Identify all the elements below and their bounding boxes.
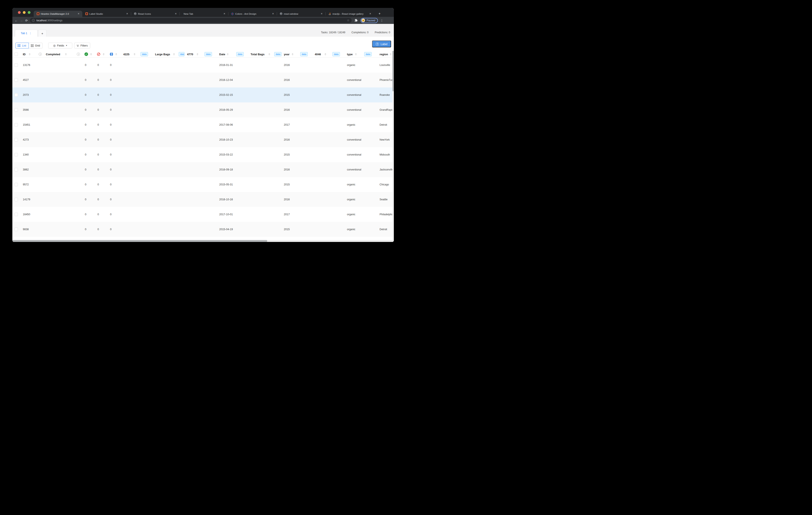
chrome-tab[interactable]: Label Studio✕ — [82, 11, 131, 17]
row-checkbox[interactable] — [14, 63, 18, 67]
sort-icon[interactable] — [292, 53, 293, 55]
cell-region: Louisville — [380, 63, 390, 66]
table-row[interactable]: 98380002015-04-192015organicDetroit — [12, 222, 394, 237]
back-icon[interactable]: ← — [13, 19, 19, 22]
bookmark-star-icon[interactable]: ☆ — [347, 19, 349, 22]
cell-id: 15451 — [23, 123, 30, 126]
split-circle-icon[interactable] — [110, 53, 113, 56]
table-row[interactable]: 154510002017-08-062017organicDetroit — [12, 117, 394, 132]
chrome-tab[interactable]: Heartex DataManager 2.0✕ — [34, 11, 82, 17]
cell-type: organic — [347, 198, 355, 201]
grid-view-button[interactable]: Grid — [29, 43, 42, 48]
column-4225[interactable]: 4225 — [123, 53, 129, 56]
maximize-window-button[interactable] — [28, 11, 30, 14]
column-date[interactable]: Date — [219, 53, 225, 56]
table-row[interactable]: 35660002016-05-292016conventionalGrandRa… — [12, 102, 394, 117]
reload-icon[interactable]: ⟳ — [24, 19, 29, 22]
chrome-tab[interactable]: Colors - Ant Design✕ — [228, 11, 277, 17]
chrome-tab[interactable]: React Icons✕ — [131, 11, 179, 17]
row-checkbox[interactable] — [14, 183, 18, 186]
close-tab-icon[interactable]: ✕ — [77, 12, 80, 15]
close-tab-icon[interactable]: ✕ — [320, 12, 323, 15]
sort-icon[interactable] — [173, 53, 175, 55]
column-total-bags[interactable]: Total Bags — [251, 53, 265, 56]
row-checkbox[interactable] — [14, 153, 18, 156]
vertical-scrollbar[interactable] — [393, 51, 394, 240]
sort-icon[interactable] — [268, 53, 270, 55]
row-checkbox[interactable] — [14, 168, 18, 171]
chrome-tab[interactable]: New Tab✕ — [179, 11, 228, 17]
table-row[interactable]: 95720002015-05-312015organicChicago — [12, 177, 394, 192]
page-info-icon[interactable]: i — [32, 19, 35, 22]
label-button[interactable]: Label — [372, 40, 391, 47]
help-icon[interactable]: ? — [77, 53, 80, 56]
sort-icon[interactable] — [197, 53, 198, 55]
select-all-checkbox[interactable] — [14, 53, 18, 56]
column-4770[interactable]: 4770 — [187, 53, 193, 56]
sort-icon[interactable] — [227, 53, 229, 55]
close-tab-icon[interactable]: ✕ — [369, 12, 372, 15]
close-tab-icon[interactable]: ✕ — [174, 12, 177, 15]
chrome-tab[interactable]: react-window✕ — [277, 11, 325, 17]
view-tab-1[interactable]: Tab 1 ⋮ — [15, 30, 37, 37]
row-checkbox[interactable] — [14, 108, 18, 112]
chrome-tab[interactable]: reactjs - React image gallery✕ — [325, 11, 374, 17]
minimize-window-button[interactable] — [23, 11, 26, 14]
sort-icon[interactable] — [324, 53, 326, 55]
column-completed[interactable]: Completed — [46, 53, 60, 56]
row-checkbox[interactable] — [14, 138, 18, 141]
row-checkbox[interactable] — [14, 93, 18, 97]
forward-icon[interactable]: → — [19, 19, 24, 22]
vertical-scrollbar-thumb[interactable] — [393, 51, 394, 91]
close-tab-icon[interactable]: ✕ — [271, 12, 274, 15]
close-window-button[interactable] — [18, 11, 21, 14]
table-row[interactable]: 131760002016-01-312016organicLouisville — [12, 58, 394, 73]
fields-button[interactable]: ◎ Fields ▼ — [48, 43, 72, 48]
sort-icon[interactable] — [390, 53, 392, 55]
table-row[interactable]: 45270002016-12-042016conventionalPhoenix… — [12, 73, 394, 87]
column-id[interactable]: ID — [23, 53, 26, 56]
sort-icon[interactable] — [103, 53, 105, 55]
cell-count: 0 — [85, 123, 86, 126]
column-year[interactable]: year — [284, 53, 290, 56]
cancelled-icon[interactable] — [97, 53, 100, 56]
column-4046[interactable]: 4046 — [315, 53, 321, 56]
address-bar[interactable]: i localhost :3000/settings ☆ — [30, 18, 352, 23]
profile-badge[interactable]: 🐱 Paused — [360, 18, 378, 23]
sort-icon[interactable] — [134, 53, 136, 55]
add-view-tab-button[interactable]: + — [38, 30, 47, 37]
extensions-icon[interactable] — [355, 19, 358, 22]
column-type[interactable]: type — [347, 53, 353, 56]
chrome-menu-icon[interactable]: ⋮ — [380, 19, 383, 22]
sort-icon[interactable] — [29, 53, 30, 55]
row-checkbox[interactable] — [14, 78, 18, 82]
table-row[interactable]: 164500002017-10-012017organicPhiladelphi… — [12, 207, 394, 222]
sort-icon[interactable] — [65, 53, 67, 55]
close-tab-icon[interactable]: ✕ — [223, 12, 226, 15]
horizontal-scrollbar-thumb[interactable] — [12, 240, 267, 242]
sort-icon[interactable] — [90, 53, 92, 55]
sort-icon[interactable] — [115, 53, 117, 55]
view-tab-menu-icon[interactable]: ⋮ — [29, 32, 32, 35]
table-row[interactable]: 38620002016-09-182016conventionalJackson… — [12, 162, 394, 177]
row-checkbox[interactable] — [14, 227, 18, 231]
new-tab-button[interactable]: + — [377, 11, 382, 16]
table-row[interactable]: 13400002015-03-222015conventionalMidsout… — [12, 147, 394, 162]
row-checkbox[interactable] — [14, 213, 18, 216]
row-checkbox[interactable] — [14, 198, 18, 201]
completed-check-icon[interactable]: ✓ — [84, 52, 88, 56]
sort-icon[interactable] — [355, 53, 357, 55]
list-view-button[interactable]: List — [16, 43, 29, 48]
horizontal-scrollbar[interactable] — [12, 240, 394, 242]
table-row[interactable]: 42730002016-10-232016conventionalNewYork — [12, 132, 394, 147]
column-large-bags[interactable]: Large Bags — [155, 53, 170, 56]
column-region[interactable]: region — [380, 53, 388, 56]
close-tab-icon[interactable]: ✕ — [125, 12, 129, 15]
cell-year: 2017 — [284, 213, 290, 216]
filters-button[interactable]: Filters — [74, 43, 90, 48]
help-icon[interactable]: ? — [38, 53, 42, 56]
table-row[interactable]: 20730002015-02-152015conventionalRoanoke — [12, 87, 394, 102]
table-row[interactable]: 141790002016-10-162016organicSeattle — [12, 192, 394, 207]
row-checkbox[interactable] — [14, 123, 18, 127]
data-badge: data — [236, 52, 244, 56]
